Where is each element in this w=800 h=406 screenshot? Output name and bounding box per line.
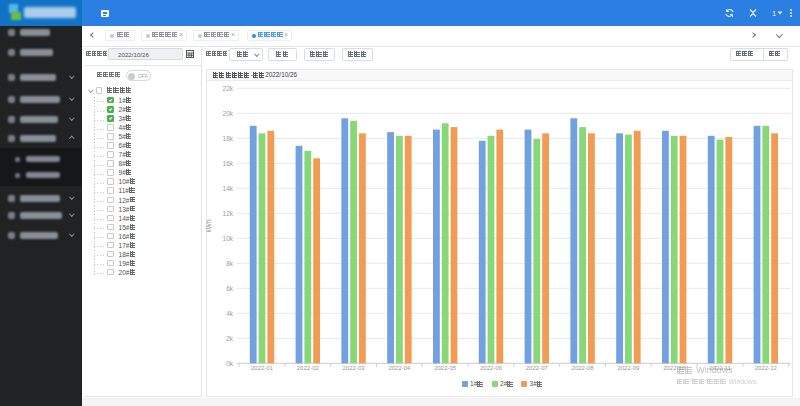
svg-text:2022-09: 2022-09 [617,365,640,371]
svg-text:6k: 6k [226,285,234,292]
svg-text:2022-07: 2022-07 [526,365,549,371]
svg-text:kWh: kWh [206,219,212,232]
svg-text:14k: 14k [223,185,234,192]
svg-text:22k: 22k [223,85,234,92]
svg-text:18k: 18k [223,135,234,142]
svg-text:2022-04: 2022-04 [388,365,411,371]
svg-text:12k: 12k [223,210,234,217]
svg-text:8k: 8k [226,260,234,267]
svg-text:16k: 16k [223,160,234,167]
svg-text:2022-08: 2022-08 [572,365,595,371]
svg-text:10k: 10k [223,235,234,242]
svg-text:20k: 20k [223,110,234,117]
svg-text:2022-12: 2022-12 [755,365,778,371]
svg-text:2k: 2k [226,335,234,342]
svg-text:0k: 0k [226,360,234,367]
svg-text:2022-05: 2022-05 [434,365,457,371]
svg-text:4k: 4k [226,310,234,317]
svg-text:2022-01: 2022-01 [251,365,274,371]
svg-text:2022-02: 2022-02 [297,365,320,371]
svg-text:2022-03: 2022-03 [343,365,366,371]
svg-text:1: 1 [772,9,776,18]
svg-text:2022-06: 2022-06 [480,365,503,371]
